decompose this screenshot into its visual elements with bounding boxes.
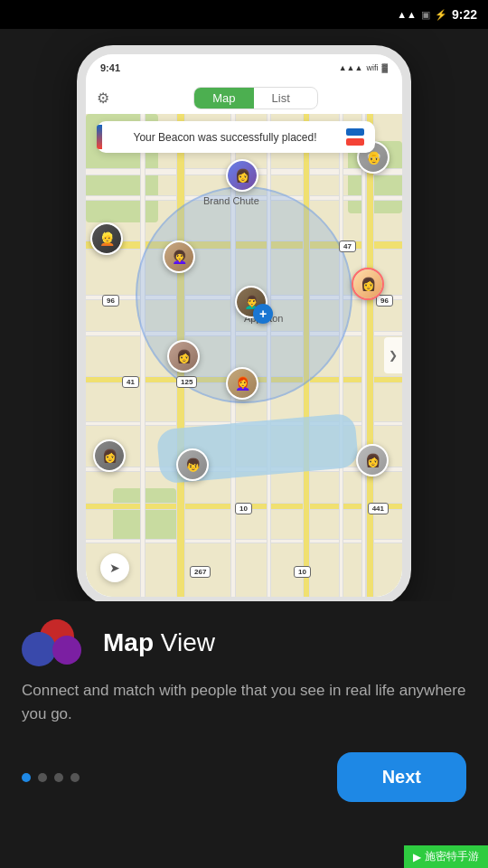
brand-chute-label: Brand Chute <box>203 195 259 206</box>
highway-267-shield: 267 <box>190 566 211 578</box>
map-area: Brand Chute Appleton 96 47 96 41 125 10 … <box>86 114 402 597</box>
highway-96-shield-2: 96 <box>376 295 393 307</box>
tab-buttons[interactable]: Map List <box>193 87 318 109</box>
dot-3 <box>54 773 63 782</box>
map-chevron[interactable]: ❯ <box>384 337 402 373</box>
avatar-6: 👩 <box>352 268 384 300</box>
title-normal: View <box>154 628 215 656</box>
avatar-3: 👱 <box>90 222 123 255</box>
sim-icon: ▣ <box>421 9 430 21</box>
highway-10-shield: 10 <box>235 503 252 514</box>
avatar-7: 👩 <box>167 340 200 373</box>
map-tab-bar: ⚙ Map List <box>86 81 402 114</box>
dot-1 <box>22 773 31 782</box>
watermark: ▶ 施密特手游 <box>404 845 488 868</box>
bottom-section: Map View Connect and match with people t… <box>0 601 488 868</box>
next-button[interactable]: Next <box>337 752 466 802</box>
phone-battery-icon: ▓ <box>381 63 388 72</box>
avatar-8: 👩‍🦰 <box>226 367 258 400</box>
logo-group: Map View <box>22 619 466 666</box>
highway-96-shield-1: 96 <box>102 295 119 307</box>
dot-4 <box>70 773 80 782</box>
avatar-with-plus: 👨‍🦱 + <box>235 286 267 318</box>
highway-441-shield: 441 <box>368 503 389 514</box>
phone-wifi-icon: wifi <box>366 63 378 72</box>
title: Map View <box>103 628 215 657</box>
success-banner: Your Beacon was successfully placed! <box>97 121 375 153</box>
highway-41-shield: 41 <box>122 376 139 388</box>
banner-text: Your Beacon was successfully placed! <box>108 131 343 144</box>
tab-map[interactable]: Map <box>194 88 253 108</box>
phone-time: 9:41 <box>100 62 120 73</box>
bubble-purple <box>52 636 81 665</box>
highway-125-shield: 125 <box>176 376 197 388</box>
avatar-4: 👩‍🦱 <box>163 241 195 273</box>
avatar-11: 👩 <box>356 444 389 476</box>
description: Connect and match with people that you s… <box>22 679 466 725</box>
bubble-blue <box>22 632 56 666</box>
title-bold: Map <box>103 628 154 656</box>
plus-button[interactable]: + <box>253 304 273 324</box>
tab-list[interactable]: List <box>254 88 308 108</box>
highway-10-shield-2: 10 <box>294 566 311 578</box>
avatar-9: 👩 <box>93 439 126 472</box>
status-time: 9:22 <box>452 7 477 22</box>
pagination-dots <box>22 773 80 782</box>
list-notification-dot <box>310 87 317 88</box>
filter-icon[interactable]: ⚙ <box>97 90 109 107</box>
watermark-text: 施密特手游 <box>425 849 479 864</box>
phone-mockup: 9:41 ▲▲▲ wifi ▓ ⚙ Map List <box>77 45 411 606</box>
status-bar: ▲▲ ▣ ⚡ 9:22 <box>0 0 488 29</box>
location-button[interactable]: ➤ <box>100 553 129 582</box>
phone-signal-icon: ▲▲▲ <box>339 63 363 72</box>
avatar-10: 👦 <box>176 448 209 481</box>
phone-notch <box>199 54 289 74</box>
avatar-1: 👩 <box>226 159 258 192</box>
battery-icon: ⚡ <box>435 9 447 21</box>
dot-2 <box>38 773 47 782</box>
wifi-icon: ▲▲ <box>397 9 417 20</box>
watermark-icon: ▶ <box>413 851 421 863</box>
logo-bubbles <box>22 619 94 666</box>
bottom-nav: Next <box>22 752 466 802</box>
highway-47-shield: 47 <box>339 241 356 252</box>
